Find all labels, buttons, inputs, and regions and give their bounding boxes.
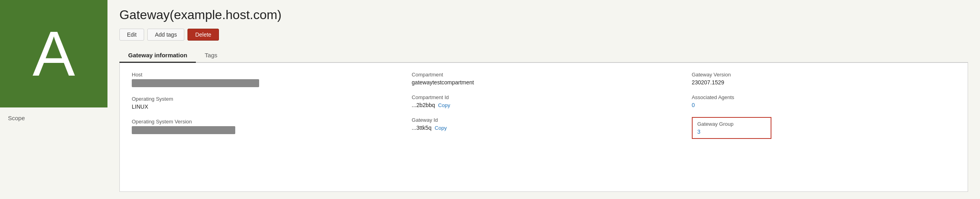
gateway-id-copy[interactable]: Copy: [435, 125, 447, 131]
info-panel: Host Operating System LINUX Operating Sy…: [119, 63, 968, 192]
gateway-group-box: Gateway Group 3: [692, 117, 771, 139]
field-gateway-group-value[interactable]: 3: [697, 129, 766, 135]
main-content: Gateway(example.host.com) Edit Add tags …: [107, 0, 980, 199]
left-panel: A Scope: [0, 0, 107, 199]
info-grid: Host Operating System LINUX Operating Sy…: [132, 72, 956, 139]
page-layout: A Scope Gateway(example.host.com) Edit A…: [0, 0, 980, 199]
field-associated-agents-label: Associated Agents: [692, 94, 956, 100]
field-os: Operating System LINUX: [132, 96, 396, 110]
tab-tags[interactable]: Tags: [196, 49, 226, 63]
field-associated-agents: Associated Agents 0: [692, 94, 956, 108]
field-associated-agents-value[interactable]: 0: [692, 102, 956, 108]
field-host-value-bar: [132, 79, 259, 87]
delete-button[interactable]: Delete: [187, 29, 219, 41]
gateway-id-truncated: ...3ttk5q: [412, 125, 431, 131]
field-gateway-group-label: Gateway Group: [697, 121, 766, 127]
field-gateway-version-value: 230207.1529: [692, 79, 956, 86]
field-os-version-value-bar: [132, 126, 235, 134]
tabs-bar: Gateway information Tags: [119, 49, 968, 63]
field-os-label: Operating System: [132, 96, 396, 102]
compartment-id-copy[interactable]: Copy: [438, 102, 450, 108]
compartment-id-truncated: ...2b2bbq: [412, 102, 435, 108]
page-title: Gateway(example.host.com): [119, 7, 968, 22]
field-os-version: Operating System Version: [132, 119, 396, 134]
field-os-value: LINUX: [132, 103, 396, 110]
field-host-label: Host: [132, 72, 396, 78]
field-gateway-group: Gateway Group 3: [692, 117, 956, 139]
field-compartment: Compartment gatewaytestcompartment: [412, 72, 675, 86]
field-gateway-id-value: ...3ttk5q Copy: [412, 125, 675, 131]
info-col-1: Host Operating System LINUX Operating Sy…: [132, 72, 396, 139]
field-gateway-id-label: Gateway Id: [412, 117, 675, 123]
edit-button[interactable]: Edit: [119, 29, 144, 41]
field-compartment-id-label: Compartment Id: [412, 94, 675, 100]
scope-label: Scope: [0, 107, 33, 129]
toolbar: Edit Add tags Delete: [119, 29, 968, 41]
field-compartment-value: gatewaytestcompartment: [412, 79, 675, 86]
tab-gateway-information[interactable]: Gateway information: [119, 49, 196, 63]
field-host: Host: [132, 72, 396, 87]
field-gateway-id: Gateway Id ...3ttk5q Copy: [412, 117, 675, 131]
add-tags-button[interactable]: Add tags: [147, 29, 184, 41]
avatar: A: [33, 22, 75, 86]
info-col-2: Compartment gatewaytestcompartment Compa…: [412, 72, 675, 139]
field-compartment-id-value: ...2b2bbq Copy: [412, 102, 675, 108]
field-gateway-version: Gateway Version 230207.1529: [692, 72, 956, 86]
info-col-3: Gateway Version 230207.1529 Associated A…: [692, 72, 956, 139]
field-compartment-label: Compartment: [412, 72, 675, 78]
avatar-block: A: [0, 0, 107, 107]
field-gateway-version-label: Gateway Version: [692, 72, 956, 78]
field-compartment-id: Compartment Id ...2b2bbq Copy: [412, 94, 675, 108]
field-os-version-label: Operating System Version: [132, 119, 396, 125]
